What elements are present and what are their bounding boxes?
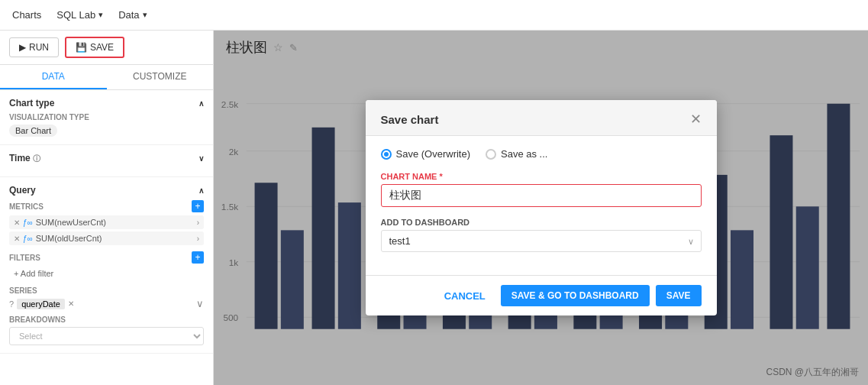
dashboard-select[interactable]: test1 [381, 230, 702, 252]
time-info-icon: ⓘ [33, 154, 40, 163]
series-remove[interactable]: ✕ [68, 299, 74, 308]
query-header[interactable]: Query ∧ [9, 185, 204, 196]
filters-label: FILTERS [9, 254, 40, 262]
radio-save-overwrite[interactable]: Save (Overwrite) [381, 148, 471, 160]
series-label: SERIES [9, 286, 204, 295]
chart-type-header[interactable]: Chart type ∧ [9, 98, 204, 108]
query-collapse-icon: ∧ [198, 186, 204, 195]
toolbar: ▶ RUN 💾 SAVE [0, 31, 213, 65]
panel-tabs: DATA CUSTOMIZE [0, 65, 213, 90]
add-filter-button[interactable]: + [192, 251, 204, 264]
dashboard-select-wrapper: test1 [381, 230, 702, 252]
section-query: Query ∧ METRICS + ✕ ƒ∞ SUM(newUserCnt) › [0, 177, 213, 354]
tab-customize[interactable]: CUSTOMIZE [107, 65, 214, 89]
metric-func-icon-2: ƒ∞ [23, 235, 33, 243]
main-area: ▶ RUN 💾 SAVE DATA CUSTOMIZE Chart type [0, 31, 868, 385]
series-value: queryDate [17, 299, 65, 309]
metric-item-1: ✕ ƒ∞ SUM(newUserCnt) › [9, 215, 204, 229]
chart-name-input[interactable] [381, 184, 702, 207]
metric-func-icon-1: ƒ∞ [23, 218, 33, 227]
metric-expand-1[interactable]: › [197, 218, 199, 227]
metric-expand-2[interactable]: › [197, 235, 199, 243]
save-go-button[interactable]: SAVE & GO TO DASHBOARD [501, 285, 650, 306]
save-button[interactable]: 💾 SAVE [65, 37, 124, 58]
chart-type-collapse-icon: ∧ [198, 99, 204, 108]
viz-type-value[interactable]: Bar Chart [9, 125, 57, 137]
save-chart-modal: Save chart ✕ Save (Overwrite) Save as ..… [366, 100, 717, 315]
nav-data[interactable]: Data ▾ [118, 9, 147, 21]
radio-overwrite-indicator [381, 149, 392, 160]
sqllab-chevron-icon: ▾ [98, 10, 103, 20]
viz-type-label: VISUALIZATION TYPE [9, 113, 204, 121]
nav-sqllab[interactable]: SQL Lab ▾ [56, 9, 103, 21]
save-icon: 💾 [76, 42, 87, 53]
chart-name-group: CHART NAME * [381, 172, 702, 207]
section-chart-type: Chart type ∧ VISUALIZATION TYPE Bar Char… [0, 90, 213, 145]
series-question-icon: ? [9, 299, 14, 309]
modal-footer: CANCEL SAVE & GO TO DASHBOARD SAVE [366, 275, 717, 315]
chart-name-label: CHART NAME * [381, 172, 702, 181]
modal-body: Save (Overwrite) Save as ... CHART NAME … [366, 136, 717, 275]
modal-close-button[interactable]: ✕ [690, 112, 702, 126]
breakdowns-label: BREAKDOWNS [9, 315, 204, 324]
metric-item-2: ✕ ƒ∞ SUM(oldUserCnt) › [9, 231, 204, 245]
section-time: Time ⓘ ∨ [0, 145, 213, 177]
save-only-button[interactable]: SAVE [656, 285, 702, 306]
nav-charts[interactable]: Charts [12, 9, 41, 21]
metric-remove-2[interactable]: ✕ [14, 235, 20, 243]
radio-save-as[interactable]: Save as ... [486, 148, 547, 160]
time-collapse-icon: ∨ [198, 154, 204, 163]
top-nav: Charts SQL Lab ▾ Data ▾ [0, 0, 868, 31]
radio-save-as-indicator [486, 149, 496, 160]
breakdowns-select[interactable]: Select [9, 327, 204, 345]
left-panel: ▶ RUN 💾 SAVE DATA CUSTOMIZE Chart type [0, 31, 214, 385]
time-header[interactable]: Time ⓘ ∨ [9, 153, 204, 164]
dashboard-label: ADD TO DASHBOARD [381, 218, 702, 227]
add-filter-link[interactable]: + Add filter [9, 267, 204, 280]
cancel-button[interactable]: CANCEL [435, 286, 495, 306]
dashboard-group: ADD TO DASHBOARD test1 [381, 218, 702, 252]
modal-overlay: Save chart ✕ Save (Overwrite) Save as ..… [214, 31, 868, 385]
metric-remove-1[interactable]: ✕ [14, 218, 20, 227]
tab-data[interactable]: DATA [0, 65, 107, 89]
add-metric-button[interactable]: + [192, 200, 204, 212]
chart-area: 柱状图 ☆ ✎ 2.5k 2k 1.5k 1k 500 [214, 31, 868, 385]
modal-header: Save chart ✕ [366, 100, 717, 136]
run-button[interactable]: ▶ RUN [9, 37, 59, 57]
modal-title: Save chart [381, 113, 439, 126]
series-dropdown-icon[interactable]: ∨ [196, 298, 204, 309]
left-panel-scroll: Chart type ∧ VISUALIZATION TYPE Bar Char… [0, 90, 213, 385]
metrics-label: METRICS [9, 202, 44, 211]
run-icon: ▶ [19, 42, 26, 53]
series-row: ? queryDate ✕ ∨ [9, 298, 204, 309]
data-chevron-icon: ▾ [143, 10, 147, 20]
radio-group: Save (Overwrite) Save as ... [381, 148, 702, 160]
